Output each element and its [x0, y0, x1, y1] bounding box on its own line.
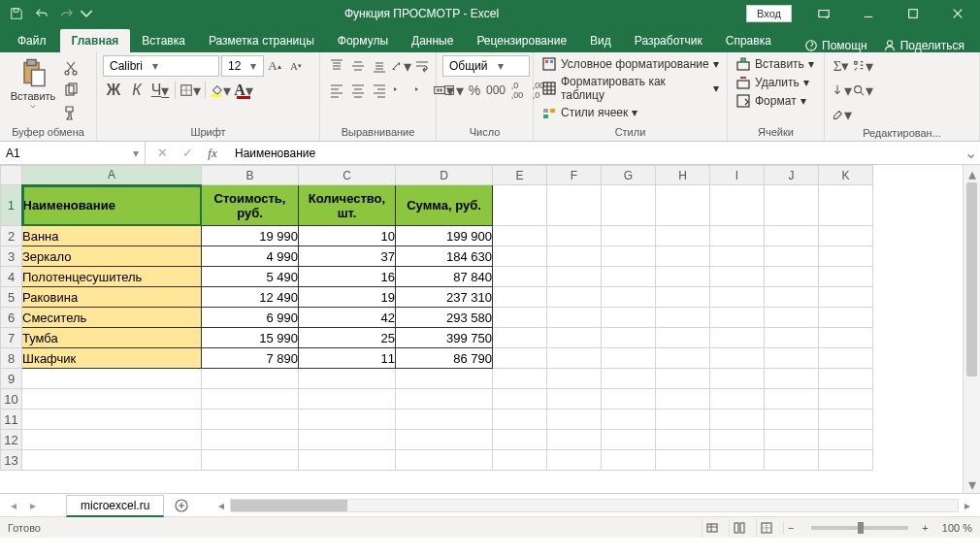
cell[interactable]: 86 790 [396, 348, 493, 369]
font-size-combo[interactable]: 12▾ [221, 55, 264, 77]
cell[interactable] [547, 267, 602, 287]
cell[interactable] [547, 287, 602, 308]
cell[interactable]: 11 [299, 348, 396, 369]
cell[interactable]: 399 750 [396, 328, 493, 348]
cell[interactable] [547, 410, 602, 430]
spreadsheet-grid[interactable]: ABCDEFGHIJK1НаименованиеСтоимость, руб.К… [0, 165, 873, 471]
horizontal-scrollbar[interactable]: ◂ ▸ [212, 499, 980, 512]
login-button[interactable]: Вход [746, 5, 792, 22]
cell[interactable] [710, 328, 765, 348]
sheet-tab[interactable]: microexcel.ru [66, 495, 164, 517]
row-header[interactable]: 6 [1, 308, 22, 328]
zoom-out-icon[interactable]: − [783, 522, 798, 534]
cell[interactable] [202, 389, 299, 410]
cell[interactable] [656, 348, 710, 369]
col-header[interactable]: J [765, 166, 819, 185]
undo-icon[interactable] [29, 0, 54, 27]
underline-button[interactable]: Ч▾ [149, 80, 171, 101]
scroll-down-icon[interactable]: ▾ [964, 475, 980, 493]
cell[interactable]: 184 630 [396, 246, 493, 267]
wrap-text-icon[interactable] [411, 55, 433, 77]
cell[interactable] [819, 369, 873, 389]
format-cells-button[interactable]: Формат▾ [734, 92, 808, 110]
cell[interactable] [22, 450, 202, 471]
enter-formula-icon[interactable]: ✓ [175, 143, 200, 164]
row-header[interactable]: 8 [1, 348, 22, 369]
cell[interactable] [765, 430, 819, 450]
cell[interactable] [602, 308, 656, 328]
cell[interactable] [22, 430, 202, 450]
cell[interactable] [819, 185, 873, 226]
cell[interactable] [602, 450, 656, 471]
cell[interactable] [819, 267, 873, 287]
cell[interactable] [202, 369, 299, 389]
qa-customize-icon[interactable] [80, 0, 93, 27]
cell[interactable] [656, 430, 710, 450]
paste-button[interactable]: Вставить [6, 55, 60, 112]
cell[interactable]: 19 990 [202, 226, 299, 246]
scroll-right-icon[interactable]: ▸ [959, 499, 976, 512]
cell[interactable] [710, 348, 765, 369]
select-all-corner[interactable] [1, 166, 22, 185]
page-break-view-icon[interactable] [756, 519, 777, 537]
cell[interactable]: 12 490 [202, 287, 299, 308]
zoom-slider[interactable] [811, 526, 908, 530]
cell[interactable] [493, 369, 547, 389]
copy-icon[interactable] [60, 80, 82, 101]
vertical-scrollbar[interactable]: ▴ ▾ [963, 165, 980, 493]
cell[interactable] [765, 226, 819, 246]
col-header[interactable]: H [656, 166, 710, 185]
cell[interactable] [547, 328, 602, 348]
cell[interactable] [710, 430, 765, 450]
cell[interactable] [656, 308, 710, 328]
percent-icon[interactable]: % [464, 80, 485, 101]
cell[interactable] [202, 430, 299, 450]
number-format-combo[interactable]: Общий▾ [442, 55, 530, 77]
font-name-combo[interactable]: Calibri▾ [103, 55, 219, 77]
cell[interactable]: 87 840 [396, 267, 493, 287]
cell[interactable] [493, 287, 547, 308]
align-center-icon[interactable] [347, 80, 369, 101]
align-left-icon[interactable] [326, 80, 347, 101]
cell[interactable] [710, 369, 765, 389]
col-header[interactable]: A [22, 166, 202, 185]
tab-review[interactable]: Рецензирование [465, 29, 578, 52]
cell[interactable] [493, 450, 547, 471]
minimize-icon[interactable] [846, 0, 891, 27]
decrease-font-icon[interactable]: A▾ [285, 55, 307, 77]
cell[interactable]: 5 490 [202, 267, 299, 287]
share-link[interactable]: Поделиться [875, 39, 972, 52]
cell[interactable]: 25 [299, 328, 396, 348]
conditional-formatting-button[interactable]: Условное форматирование▾ [539, 55, 721, 73]
tab-file[interactable]: Файл [4, 29, 60, 52]
format-as-table-button[interactable]: Форматировать как таблицу▾ [539, 74, 721, 103]
cell[interactable] [765, 410, 819, 430]
redo-icon[interactable] [54, 0, 80, 27]
italic-button[interactable]: К [126, 80, 147, 101]
page-layout-view-icon[interactable] [729, 519, 750, 537]
cell[interactable]: Стоимость, руб. [202, 185, 299, 226]
cell[interactable] [602, 410, 656, 430]
cell[interactable] [602, 328, 656, 348]
borders-icon[interactable]: ▾ [180, 80, 201, 101]
cell[interactable] [765, 450, 819, 471]
cell[interactable] [493, 185, 547, 226]
tab-formulas[interactable]: Формулы [326, 29, 400, 52]
cell[interactable] [656, 328, 710, 348]
cell[interactable] [493, 308, 547, 328]
cell[interactable] [602, 430, 656, 450]
cell[interactable] [22, 369, 202, 389]
tab-help[interactable]: Справка [714, 29, 783, 52]
cell[interactable] [656, 389, 710, 410]
cell[interactable]: 237 310 [396, 287, 493, 308]
cell[interactable] [493, 328, 547, 348]
col-header[interactable]: K [819, 166, 873, 185]
new-sheet-icon[interactable] [170, 499, 193, 512]
tab-developer[interactable]: Разработчик [623, 29, 714, 52]
cell[interactable] [396, 430, 493, 450]
cell[interactable] [710, 185, 765, 226]
row-header[interactable]: 1 [1, 185, 22, 226]
cell[interactable] [656, 185, 710, 226]
zoom-in-icon[interactable]: + [922, 522, 928, 534]
cell[interactable]: 4 990 [202, 246, 299, 267]
